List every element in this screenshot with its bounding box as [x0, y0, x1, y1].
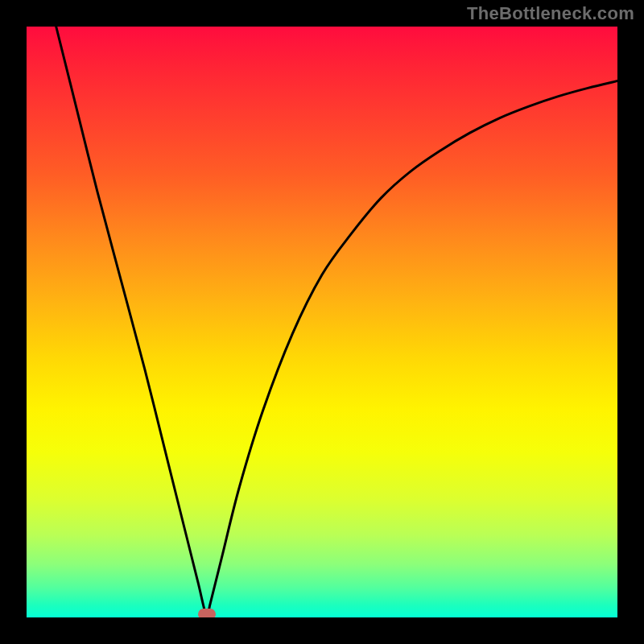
plot-area	[27, 27, 617, 617]
bottleneck-curve	[56, 27, 617, 617]
chart-frame: TheBottleneck.com	[0, 0, 644, 644]
minimum-marker	[198, 609, 216, 617]
curve-svg	[27, 27, 617, 617]
watermark-text: TheBottleneck.com	[467, 3, 634, 24]
